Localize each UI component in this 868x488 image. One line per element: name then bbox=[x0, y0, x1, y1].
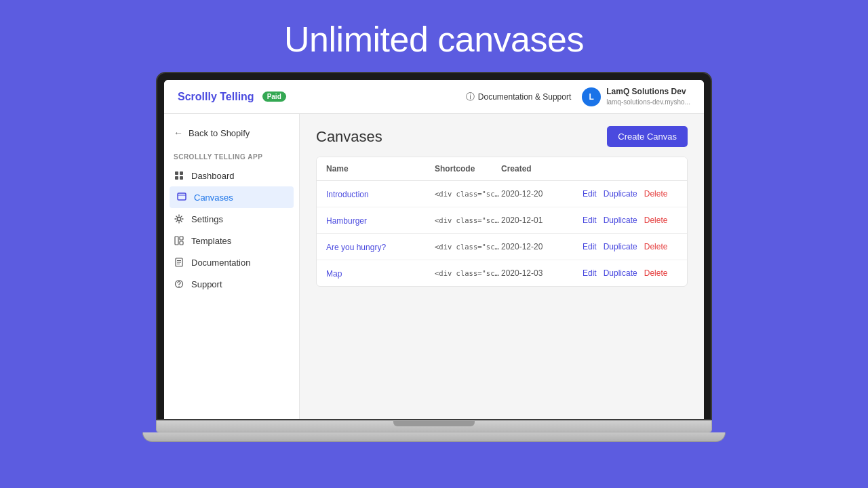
table-row: Are you hungry? <div class="scrolly-tell… bbox=[317, 234, 687, 260]
canvas-table: Name Shortcode Created Introduction < bbox=[316, 157, 688, 287]
svg-rect-2 bbox=[175, 176, 178, 180]
delete-button-3[interactable]: Delete bbox=[644, 268, 668, 278]
row-actions-3: Edit Duplicate Delete bbox=[583, 268, 677, 278]
sidebar-header: ← Back to Shopify bbox=[164, 122, 299, 144]
table-row: Hamburger <div class="scrolly-telling-ca… bbox=[317, 207, 687, 234]
templates-label: Templates bbox=[191, 236, 231, 246]
sidebar-item-templates[interactable]: Templates bbox=[164, 230, 299, 251]
svg-point-15 bbox=[178, 286, 179, 287]
app-layout: Scrollly Telling Paid ⓘ Documentation & … bbox=[164, 80, 704, 419]
col-header-shortcode: Shortcode bbox=[435, 164, 501, 174]
laptop-bottom bbox=[142, 432, 726, 442]
shortcode-2: <div class="scrolly-telling-canvas" data… bbox=[435, 243, 501, 251]
svg-rect-7 bbox=[175, 237, 178, 245]
created-date-3: 2020-12-03 bbox=[501, 268, 583, 278]
app-body: ← Back to Shopify SCROLLLY TELLING APP bbox=[164, 114, 704, 419]
delete-button-2[interactable]: Delete bbox=[644, 242, 668, 251]
user-name: LamQ Solutions Dev bbox=[606, 87, 690, 98]
documentation-label: Documentation bbox=[191, 258, 250, 268]
sidebar-item-settings[interactable]: Settings bbox=[164, 208, 299, 230]
back-arrow-icon: ← bbox=[174, 127, 183, 138]
settings-label: Settings bbox=[191, 214, 223, 224]
user-section: L LamQ Solutions Dev lamq-solutions-dev.… bbox=[582, 87, 690, 106]
sidebar-item-dashboard[interactable]: Dashboard bbox=[164, 165, 299, 186]
canvas-name-2[interactable]: Are you hungry? bbox=[326, 241, 435, 253]
sidebar-item-support[interactable]: Support bbox=[164, 273, 299, 295]
shortcode-1: <div class="scrolly-telling-canvas" data… bbox=[435, 216, 501, 224]
doc-support-label: Documentation & Support bbox=[478, 92, 571, 102]
support-label: Support bbox=[191, 279, 222, 289]
user-sub: lamq-solutions-dev.mysho... bbox=[606, 98, 690, 106]
row-actions-1: Edit Duplicate Delete bbox=[583, 216, 677, 225]
duplicate-button-2[interactable]: Duplicate bbox=[604, 242, 637, 251]
settings-icon bbox=[174, 214, 184, 224]
dashboard-icon bbox=[174, 170, 184, 181]
svg-rect-4 bbox=[178, 193, 186, 200]
canvas-name-1[interactable]: Hamburger bbox=[326, 214, 435, 226]
laptop-screen: Scrollly Telling Paid ⓘ Documentation & … bbox=[164, 80, 704, 419]
templates-icon bbox=[174, 235, 184, 246]
edit-button-3[interactable]: Edit bbox=[583, 268, 597, 278]
svg-rect-3 bbox=[180, 176, 183, 180]
col-header-actions bbox=[583, 164, 677, 174]
col-header-created: Created bbox=[501, 164, 583, 174]
laptop-base bbox=[156, 420, 712, 432]
shortcode-0: <div class="scrolly-telling-canvas" data… bbox=[435, 190, 501, 198]
edit-button-1[interactable]: Edit bbox=[583, 216, 597, 225]
shortcode-3: <div class="scrolly-telling-canvas" data… bbox=[435, 269, 501, 277]
sidebar-section-label: SCROLLLY TELLING APP bbox=[164, 146, 299, 165]
app-name: Scrollly Telling bbox=[178, 91, 254, 103]
sidebar: ← Back to Shopify SCROLLLY TELLING APP bbox=[164, 114, 300, 419]
col-header-name: Name bbox=[326, 164, 435, 174]
table-header: Name Shortcode Created bbox=[317, 157, 687, 181]
table-row: Map <div class="scrolly-telling-canvas" … bbox=[317, 260, 687, 286]
nav-right: ⓘ Documentation & Support L LamQ Solutio… bbox=[466, 87, 690, 106]
back-to-shopify-link[interactable]: Back to Shopify bbox=[189, 128, 250, 138]
duplicate-button-0[interactable]: Duplicate bbox=[604, 189, 637, 199]
content-header: Canvases Create Canvas bbox=[300, 114, 704, 157]
sidebar-item-documentation[interactable]: Documentation bbox=[164, 251, 299, 273]
canvas-name-0[interactable]: Introduction bbox=[326, 188, 435, 200]
main-content: Canvases Create Canvas Name Shortcode Cr… bbox=[300, 114, 704, 419]
svg-rect-8 bbox=[180, 237, 183, 240]
svg-rect-0 bbox=[175, 171, 178, 175]
delete-button-0[interactable]: Delete bbox=[644, 189, 668, 199]
sidebar-item-canvases[interactable]: Canvases bbox=[170, 186, 294, 208]
paid-badge: Paid bbox=[262, 92, 286, 102]
user-info: LamQ Solutions Dev lamq-solutions-dev.my… bbox=[606, 87, 690, 106]
documentation-icon bbox=[174, 257, 184, 268]
duplicate-button-3[interactable]: Duplicate bbox=[604, 268, 637, 278]
laptop-frame: Scrollly Telling Paid ⓘ Documentation & … bbox=[156, 72, 712, 442]
canvases-icon bbox=[176, 192, 187, 203]
row-actions-2: Edit Duplicate Delete bbox=[583, 242, 677, 251]
create-canvas-button[interactable]: Create Canvas bbox=[607, 126, 688, 147]
laptop-notch bbox=[393, 421, 475, 426]
avatar: L bbox=[582, 87, 601, 106]
page-headline: Unlimited canvases bbox=[284, 19, 584, 60]
created-date-1: 2020-12-01 bbox=[501, 216, 583, 225]
svg-rect-1 bbox=[180, 171, 183, 175]
support-icon bbox=[174, 279, 184, 289]
row-actions-0: Edit Duplicate Delete bbox=[583, 189, 677, 199]
delete-button-1[interactable]: Delete bbox=[644, 216, 668, 225]
created-date-2: 2020-12-20 bbox=[501, 242, 583, 251]
svg-rect-9 bbox=[180, 241, 183, 245]
canvases-label: Canvases bbox=[194, 192, 233, 203]
edit-button-2[interactable]: Edit bbox=[583, 242, 597, 251]
created-date-0: 2020-12-20 bbox=[501, 189, 583, 199]
laptop-screen-area: Scrollly Telling Paid ⓘ Documentation & … bbox=[156, 72, 712, 420]
table-row: Introduction <div class="scrolly-telling… bbox=[317, 181, 687, 207]
dashboard-label: Dashboard bbox=[191, 171, 235, 181]
canvas-name-3[interactable]: Map bbox=[326, 267, 435, 279]
canvases-page-title: Canvases bbox=[316, 128, 382, 146]
doc-support-link[interactable]: ⓘ Documentation & Support bbox=[466, 91, 571, 103]
duplicate-button-1[interactable]: Duplicate bbox=[604, 216, 637, 225]
edit-button-0[interactable]: Edit bbox=[583, 189, 597, 199]
top-nav: Scrollly Telling Paid ⓘ Documentation & … bbox=[164, 80, 704, 114]
svg-point-6 bbox=[178, 218, 181, 221]
question-icon: ⓘ bbox=[466, 91, 475, 103]
